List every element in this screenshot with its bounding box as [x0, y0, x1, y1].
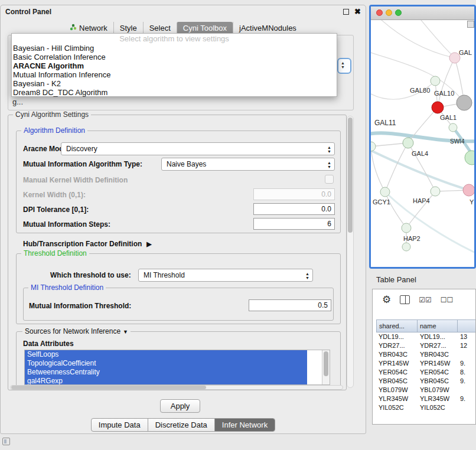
table-cell[interactable]: YLR345W: [418, 394, 458, 403]
network-node[interactable]: [457, 95, 472, 110]
tab-discretize-data[interactable]: Discretize Data: [148, 419, 214, 431]
network-node[interactable]: [403, 138, 413, 148]
tab-network[interactable]: Network: [64, 22, 113, 34]
float-window-icon[interactable]: [343, 9, 349, 15]
list-item-selected[interactable]: SelfLoops: [25, 350, 307, 359]
table-cell[interactable]: YBL079W: [418, 386, 458, 394]
table-cell[interactable]: 9.: [458, 394, 476, 403]
gear-icon[interactable]: ⚙: [382, 295, 391, 305]
network-node[interactable]: [431, 76, 440, 86]
table-cell[interactable]: YIL052C: [418, 403, 458, 412]
table-row[interactable]: YDL19...YDL19...13: [376, 332, 476, 341]
minimize-traffic-light[interactable]: [386, 9, 392, 16]
table-cell[interactable]: YBR043C: [376, 350, 418, 359]
aracne-mode-select[interactable]: Discovery ▲▼: [61, 142, 335, 155]
list-item-selected[interactable]: TopologicalCoefficient: [25, 359, 307, 368]
table-cell[interactable]: YDR27...: [418, 341, 458, 350]
sources-toggle[interactable]: Sources for Network Inference▼: [22, 327, 131, 335]
table-cell[interactable]: YBL079W: [376, 386, 418, 394]
network-graph[interactable]: GALGAL80GAL10GAL11GAL1SWI4GAL4GCY1HAP4YH…: [371, 20, 474, 268]
scrollbar-thumb[interactable]: [11, 386, 206, 389]
tab-style[interactable]: Style: [113, 22, 143, 34]
select-all-checkboxes-icon[interactable]: ☑☑: [419, 296, 432, 304]
dpi-tolerance-field[interactable]: 0.0: [253, 203, 335, 215]
network-node[interactable]: [465, 151, 474, 165]
dropdown-item[interactable]: Bayesian - Hill Climbing: [12, 44, 337, 53]
network-edge[interactable]: [385, 192, 406, 228]
table-row[interactable]: YLR345WYLR345W9.: [376, 394, 476, 403]
hub-definition-toggle[interactable]: Hub/Transcription Factor Definition▶: [23, 240, 152, 248]
table-cell[interactable]: YER054C: [376, 368, 418, 377]
table-row[interactable]: YBR045CYBR045C9.: [376, 377, 476, 386]
dropdown-item[interactable]: Mutual Information Inference: [12, 70, 337, 79]
mi-type-select[interactable]: Naive Bayes ▲▼: [161, 158, 335, 171]
network-edge[interactable]: [382, 20, 455, 58]
network-edge[interactable]: [385, 143, 408, 192]
network-node[interactable]: [371, 142, 376, 151]
table-cell[interactable]: [458, 386, 476, 394]
network-window-titlebar[interactable]: [371, 6, 474, 20]
tab-select[interactable]: Select: [143, 22, 177, 34]
table-row[interactable]: YER054CYER054C8.: [376, 368, 476, 377]
table-cell[interactable]: 13: [458, 332, 476, 341]
manual-kernel-checkbox[interactable]: [325, 175, 334, 184]
network-node[interactable]: [402, 223, 411, 233]
network-node[interactable]: [431, 187, 440, 196]
table-cell[interactable]: YDL19...: [376, 332, 418, 341]
table-cell[interactable]: 12: [458, 341, 476, 350]
settings-vertical-scrollbar[interactable]: [347, 116, 354, 388]
dropdown-item-selected[interactable]: ARACNE Algorithm: [12, 61, 337, 70]
network-edge[interactable]: [421, 20, 455, 58]
table-cell[interactable]: [458, 350, 476, 359]
horizontal-scrollbar[interactable]: [10, 385, 343, 390]
column-chooser-icon[interactable]: [400, 295, 410, 304]
table-cell[interactable]: 9.: [458, 377, 476, 386]
table-cell[interactable]: YDL19...: [418, 332, 458, 341]
list-item-selected[interactable]: BetweennessCentrality: [25, 368, 307, 377]
tab-impute-data[interactable]: Impute Data: [92, 419, 148, 431]
table-row[interactable]: YPR145WYPR145W9.: [376, 359, 476, 368]
table-row[interactable]: YBR043CYBR043C: [376, 350, 476, 359]
table-cell[interactable]: YLR345W: [376, 394, 418, 403]
table-row[interactable]: YIL052CYIL052C: [376, 403, 476, 412]
table-cell[interactable]: YBR045C: [376, 377, 418, 386]
close-traffic-light[interactable]: [376, 9, 383, 16]
mi-threshold-field[interactable]: 0.5: [249, 299, 331, 311]
table-cell[interactable]: YPR145W: [376, 359, 418, 368]
column-header[interactable]: shared...: [376, 319, 418, 332]
kernel-width-field[interactable]: 0.0: [253, 188, 335, 200]
tab-cyni-toolbox[interactable]: Cyni Toolbox: [177, 22, 233, 34]
network-edge[interactable]: [438, 58, 455, 107]
scrollbar-thumb[interactable]: [348, 118, 353, 233]
table-cell[interactable]: 9.: [458, 359, 476, 368]
dropdown-item[interactable]: Dream8 DC_TDC Algorithm: [12, 88, 337, 97]
dropdown-item[interactable]: Bayesian - K2: [12, 79, 337, 88]
table-row[interactable]: YBL079WYBL079W: [376, 386, 476, 394]
table-cell[interactable]: YBR043C: [418, 350, 458, 359]
table-cell[interactable]: YDR27...: [376, 341, 418, 350]
network-node[interactable]: [380, 187, 390, 197]
birdseye-toggle-icon[interactable]: [467, 21, 474, 28]
network-node[interactable]: [449, 123, 457, 132]
dropdown-item[interactable]: Basic Correlation Inference: [12, 53, 337, 61]
deselect-all-checkboxes-icon[interactable]: ☐☐: [441, 296, 454, 304]
column-header[interactable]: [458, 319, 476, 332]
list-vertical-scrollbar[interactable]: [322, 350, 330, 384]
network-node[interactable]: [432, 102, 444, 113]
tab-infer-network[interactable]: Infer Network: [214, 419, 275, 431]
dock-panel-icon[interactable]: [2, 438, 10, 445]
close-icon[interactable]: ✖: [354, 8, 361, 15]
table-cell[interactable]: YBR045C: [418, 377, 458, 386]
network-node[interactable]: [463, 184, 474, 196]
table-row[interactable]: YDR27...YDR27...12: [376, 341, 476, 350]
algorithm-combobox-arrows[interactable]: ▲▼: [337, 58, 351, 74]
scrollbar-thumb[interactable]: [324, 351, 328, 376]
table-cell[interactable]: 8.: [458, 368, 476, 377]
table-cell[interactable]: YPR145W: [418, 359, 458, 368]
tab-jactivemodules[interactable]: jActiveMNodules: [233, 22, 302, 34]
column-header[interactable]: name: [418, 319, 458, 332]
network-canvas[interactable]: GALGAL80GAL10GAL11GAL1SWI4GAL4GCY1HAP4YH…: [371, 20, 474, 268]
apply-button[interactable]: Apply: [160, 399, 200, 413]
zoom-traffic-light[interactable]: [395, 9, 402, 16]
network-node[interactable]: [402, 243, 410, 251]
